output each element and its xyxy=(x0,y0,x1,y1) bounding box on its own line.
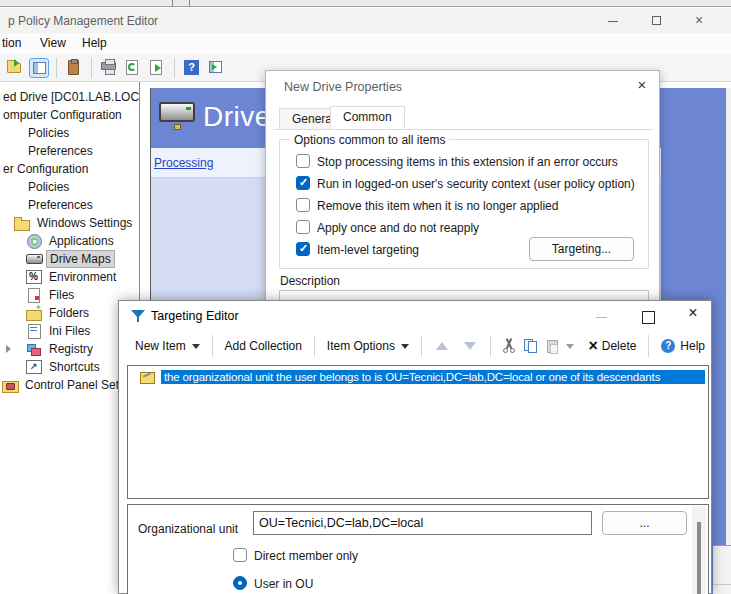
refresh-icon[interactable] xyxy=(123,58,143,78)
help-button[interactable]: ?Help xyxy=(655,335,711,357)
tree-item-computer-configuration[interactable]: omputer Configuration xyxy=(0,106,125,124)
tree-item-windows-settings[interactable]: Windows Settings xyxy=(14,214,135,232)
tree-expander-icon[interactable] xyxy=(6,345,11,353)
list-item[interactable]: the organizational unit the user belongs… xyxy=(130,368,705,385)
window-title: p Policy Management Editor xyxy=(8,14,158,28)
help-icon: ? xyxy=(661,339,675,353)
close-icon[interactable]: × xyxy=(630,76,654,96)
ini-files-icon xyxy=(26,324,42,338)
chevron-down-icon xyxy=(192,344,200,349)
main-titlebar: p Policy Management Editor × xyxy=(0,8,731,33)
description-label: Description xyxy=(280,274,340,288)
paste-icon[interactable] xyxy=(545,338,559,354)
tree-item-root[interactable]: ed Drive [DC01.LAB.LOCA xyxy=(0,88,140,106)
registry-icon xyxy=(26,342,42,356)
delete-button[interactable]: ×Delete xyxy=(582,335,642,357)
tree-item-policies[interactable]: Policies xyxy=(25,124,72,142)
tree-item-user-configuration[interactable]: er Configuration xyxy=(0,160,91,178)
targeting-editor-dialog: Targeting Editor × New Item Add Collecti… xyxy=(118,300,712,594)
tree-item-environment[interactable]: Environment xyxy=(26,268,119,286)
maximize-button[interactable] xyxy=(644,12,670,30)
chevron-down-icon xyxy=(401,344,409,349)
dialog-title: New Drive Properties xyxy=(284,80,402,94)
targeting-editor-title: Targeting Editor xyxy=(151,309,239,323)
tree-item-shortcuts[interactable]: Shortcuts xyxy=(26,358,103,376)
shortcuts-icon xyxy=(26,360,42,374)
organizational-unit-input[interactable] xyxy=(253,511,592,535)
tree-item-files[interactable]: Files xyxy=(26,286,77,304)
new-item-button[interactable]: New Item xyxy=(129,335,206,357)
application-disc-icon xyxy=(26,234,42,248)
move-down-icon[interactable] xyxy=(464,342,476,350)
menu-view[interactable]: View xyxy=(40,36,66,50)
tab-common[interactable]: Common xyxy=(330,106,405,129)
close-button[interactable]: × xyxy=(689,12,715,30)
tree-item-ini-files[interactable]: Ini Files xyxy=(26,322,93,340)
paste-dropdown-icon[interactable] xyxy=(566,344,574,349)
checkbox-unchecked-icon[interactable] xyxy=(233,548,247,562)
folder-back-icon[interactable] xyxy=(5,58,25,78)
screen: p Policy Management Editor × tion View H… xyxy=(0,0,731,594)
checkbox-unchecked-icon[interactable] xyxy=(296,198,310,212)
item-properties-panel: Organizational unit ... Direct member on… xyxy=(127,504,709,594)
funnel-icon xyxy=(131,309,145,323)
maximize-button[interactable] xyxy=(637,307,659,325)
checkbox-checked-icon[interactable] xyxy=(296,242,310,256)
scrollbar-thumb[interactable] xyxy=(697,522,701,594)
browse-button[interactable]: ... xyxy=(602,511,687,535)
control-panel-icon xyxy=(2,378,18,392)
close-icon[interactable]: × xyxy=(681,304,705,324)
environment-icon xyxy=(26,270,42,284)
move-up-icon[interactable] xyxy=(436,342,448,350)
new-window-icon[interactable] xyxy=(206,58,226,78)
menu-action[interactable]: tion xyxy=(2,36,21,50)
drive-maps-header-icon xyxy=(159,100,197,132)
minimize-button[interactable] xyxy=(600,12,626,30)
folder-icon xyxy=(14,216,30,230)
files-icon xyxy=(26,288,42,302)
checkbox-checked-icon[interactable] xyxy=(296,176,310,190)
targeting-toolbar: New Item Add Collection Item Options ×De… xyxy=(119,331,711,361)
radio-selected-icon[interactable] xyxy=(233,576,247,590)
checkbox-unchecked-icon[interactable] xyxy=(296,154,310,168)
export-list-icon[interactable] xyxy=(147,58,167,78)
background-window-edge xyxy=(0,0,731,7)
window-right-frame xyxy=(726,88,731,594)
new-drive-properties-dialog: New Drive Properties × General Common Op… xyxy=(265,70,660,302)
copy-icon[interactable] xyxy=(523,338,537,354)
help-icon[interactable]: ? xyxy=(182,58,202,78)
selected-targeting-item: the organizational unit the user belongs… xyxy=(161,370,705,384)
printer-icon[interactable] xyxy=(99,58,119,78)
targeting-items-list[interactable]: the organizational unit the user belongs… xyxy=(127,365,709,499)
groupbox-label: Options common to all items xyxy=(290,133,449,147)
tree-item-preferences-2[interactable]: Preferences xyxy=(25,196,96,214)
tree-item-drive-maps[interactable]: Drive Maps xyxy=(26,250,115,268)
add-collection-button[interactable]: Add Collection xyxy=(219,335,308,357)
checkbox-unchecked-icon[interactable] xyxy=(296,220,310,234)
processing-link[interactable]: Processing xyxy=(154,156,213,170)
folders-icon xyxy=(26,306,42,320)
organizational-unit-item-icon xyxy=(140,370,155,383)
tree-item-preferences[interactable]: Preferences xyxy=(25,142,96,160)
clipboard-icon[interactable] xyxy=(64,58,84,78)
menu-bar: tion View Help xyxy=(0,33,731,54)
panel-scrollbar[interactable] xyxy=(692,506,706,594)
console-window-icon[interactable] xyxy=(29,58,49,78)
tree-item-policies-2[interactable]: Policies xyxy=(25,178,72,196)
item-options-button[interactable]: Item Options xyxy=(321,335,415,357)
targeting-button[interactable]: Targeting... xyxy=(529,237,634,261)
organizational-unit-label: Organizational unit xyxy=(138,522,238,536)
tree-item-applications[interactable]: Applications xyxy=(26,232,117,250)
cut-icon[interactable] xyxy=(501,338,515,354)
minimize-button[interactable] xyxy=(591,309,613,325)
tree-item-folders[interactable]: Folders xyxy=(26,304,92,322)
drive-map-icon xyxy=(26,252,42,266)
pane-scroll-corner xyxy=(713,545,731,594)
tree-item-registry[interactable]: Registry xyxy=(26,340,96,358)
tree-item-control-panel[interactable]: Control Panel Sett xyxy=(2,376,125,394)
delete-x-icon: × xyxy=(588,339,597,353)
pane-title: Drive xyxy=(203,101,271,133)
menu-help[interactable]: Help xyxy=(82,36,107,50)
